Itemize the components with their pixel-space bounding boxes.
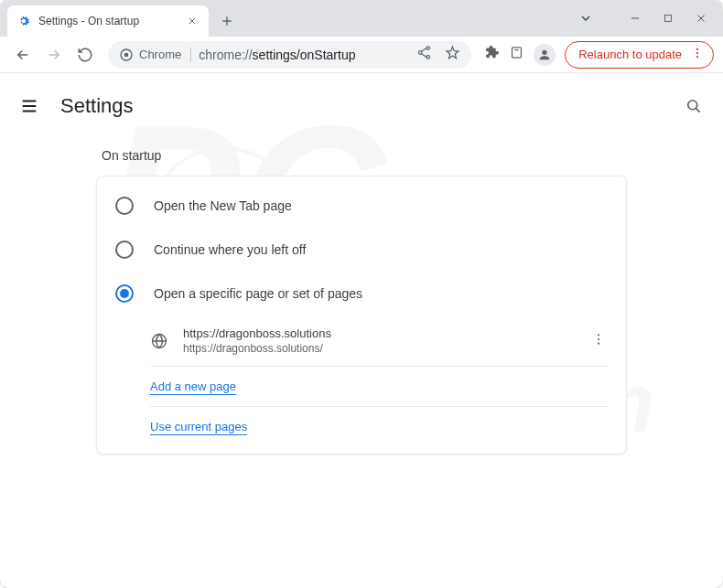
radio-icon xyxy=(115,241,134,259)
profile-avatar[interactable] xyxy=(534,44,556,66)
close-icon[interactable] xyxy=(185,14,200,28)
option-label: Open the New Tab page xyxy=(154,198,292,213)
add-page-row: Add a new page xyxy=(150,367,608,407)
toolbar: Chrome chrome://settings/onStartup Relau… xyxy=(0,37,723,73)
svg-point-18 xyxy=(598,337,599,339)
gear-icon xyxy=(16,14,31,28)
content-header: Settings xyxy=(0,80,723,132)
on-startup-section: On startup Open the New Tab page Continu… xyxy=(87,148,636,454)
update-label: Relaunch to update xyxy=(578,48,682,61)
startup-page-url: https://dragonboss.solutions/ xyxy=(183,342,331,355)
radio-option-new-tab[interactable]: Open the New Tab page xyxy=(97,184,626,228)
chevron-down-icon[interactable] xyxy=(569,5,602,32)
radio-icon xyxy=(115,197,134,215)
svg-point-12 xyxy=(696,48,698,50)
labs-icon[interactable] xyxy=(509,45,524,64)
page-title: Settings xyxy=(60,94,134,118)
new-tab-button[interactable] xyxy=(214,8,240,34)
menu-button[interactable] xyxy=(18,95,40,117)
svg-point-9 xyxy=(426,56,430,59)
add-new-page-link[interactable]: Add a new page xyxy=(150,380,236,395)
minimize-button[interactable] xyxy=(619,5,652,32)
extensions-icon[interactable] xyxy=(484,45,500,64)
svg-point-11 xyxy=(543,49,547,54)
share-icon[interactable] xyxy=(416,45,432,64)
svg-rect-10 xyxy=(513,48,522,58)
site-chip-label: Chrome xyxy=(139,48,181,61)
use-current-pages-link[interactable]: Use current pages xyxy=(150,420,247,435)
svg-point-6 xyxy=(124,52,129,57)
svg-point-8 xyxy=(426,47,430,50)
section-title: On startup xyxy=(102,148,627,163)
svg-point-14 xyxy=(696,56,698,58)
startup-pages-list: https://dragonboss.solutions https://dra… xyxy=(150,315,608,446)
search-button[interactable] xyxy=(683,95,705,117)
svg-point-19 xyxy=(598,342,599,344)
option-label: Continue where you left off xyxy=(154,242,306,257)
startup-page-title: https://dragonboss.solutions xyxy=(183,326,331,340)
back-button[interactable] xyxy=(9,41,37,69)
window-controls xyxy=(569,0,718,37)
svg-point-17 xyxy=(598,334,599,336)
address-bar[interactable]: Chrome chrome://settings/onStartup xyxy=(108,41,471,69)
startup-page-row: https://dragonboss.solutions https://dra… xyxy=(150,315,608,367)
tab-title: Settings - On startup xyxy=(38,15,139,27)
more-icon xyxy=(691,47,704,62)
url-text: chrome://settings/onStartup xyxy=(199,48,355,62)
svg-point-15 xyxy=(688,101,697,110)
tab-strip: Settings - On startup xyxy=(0,0,723,37)
browser-tab[interactable]: Settings - On startup xyxy=(7,5,209,37)
radio-option-continue[interactable]: Continue where you left off xyxy=(97,228,626,272)
site-chip[interactable]: Chrome xyxy=(119,48,191,62)
chrome-icon xyxy=(119,48,134,62)
reload-button[interactable] xyxy=(71,41,99,69)
relaunch-update-button[interactable]: Relaunch to update xyxy=(565,41,714,69)
maximize-button[interactable] xyxy=(652,5,685,32)
radio-icon xyxy=(115,284,134,303)
svg-rect-4 xyxy=(665,16,672,22)
svg-point-13 xyxy=(696,52,698,54)
close-window-button[interactable] xyxy=(685,5,718,32)
radio-option-specific-pages[interactable]: Open a specific page or set of pages xyxy=(97,272,626,315)
bookmark-icon[interactable] xyxy=(445,45,460,64)
settings-card: Open the New Tab page Continue where you… xyxy=(96,176,627,454)
use-current-row: Use current pages xyxy=(150,407,608,446)
page-content: Settings On startup Open the New Tab pag… xyxy=(0,73,723,454)
globe-icon xyxy=(150,332,168,350)
forward-button[interactable] xyxy=(40,41,68,69)
option-label: Open a specific page or set of pages xyxy=(154,286,362,301)
row-menu-button[interactable] xyxy=(589,332,608,350)
svg-point-7 xyxy=(419,51,423,55)
